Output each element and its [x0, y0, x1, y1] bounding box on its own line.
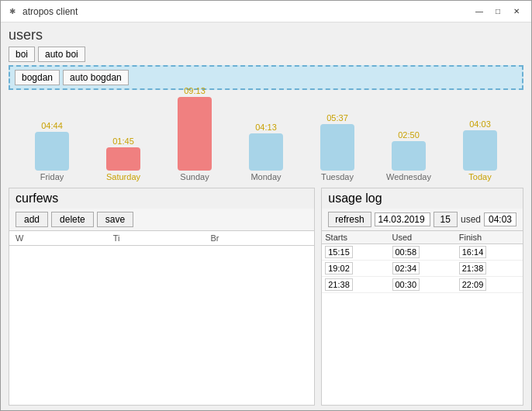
- usage-table: Starts Used Finish 15:1500:5816:1419:020…: [322, 231, 523, 405]
- col-starts: Starts: [322, 231, 389, 244]
- table-row: 21:3800:3022:09: [322, 277, 523, 293]
- day-time-saturday: 01:45: [112, 136, 134, 146]
- day-bar-wednesday: [392, 141, 426, 171]
- day-col-sunday[interactable]: 09:13Sunday: [168, 86, 222, 181]
- day-col-monday[interactable]: 04:13Monday: [239, 123, 293, 181]
- day-time-sunday: 09:13: [184, 86, 206, 95]
- window-title: atropos client: [22, 6, 471, 17]
- day-bar-today: [463, 130, 497, 171]
- day-time-monday: 04:13: [255, 123, 277, 132]
- close-button[interactable]: ✕: [508, 5, 525, 19]
- day-bar-sunday: [178, 97, 212, 171]
- day-label-today: Today: [468, 172, 491, 181]
- app-icon: ✱: [7, 6, 18, 17]
- day-label-monday: Monday: [250, 172, 281, 181]
- day-col-today[interactable]: 04:03Today: [453, 119, 507, 181]
- day-label-tuesday: Tuesday: [321, 172, 354, 181]
- add-button[interactable]: add: [16, 212, 48, 227]
- cell-start-0: 15:15: [325, 246, 353, 258]
- curfews-table-header: W Ti Br: [9, 231, 314, 246]
- used-label: used: [461, 214, 481, 225]
- day-time-wednesday: 02:50: [398, 130, 420, 140]
- lower-section: curfews add delete save W Ti Br usage lo…: [9, 188, 523, 406]
- user-row-1: boi auto boi: [9, 47, 523, 62]
- col-ti: Ti: [113, 233, 211, 243]
- col-br: Br: [211, 233, 309, 243]
- cell-used-0: 00:58: [392, 246, 420, 258]
- cell-start-2: 21:38: [325, 278, 353, 291]
- curfews-panel: curfews add delete save W Ti Br: [9, 188, 315, 406]
- maximize-button[interactable]: □: [489, 5, 506, 19]
- day-time-friday: 04:44: [41, 121, 63, 130]
- delete-button[interactable]: delete: [51, 212, 94, 227]
- user-tab-auto-boi[interactable]: auto boi: [38, 47, 85, 62]
- week-chart: 04:44Friday01:45Saturday09:13Sunday04:13…: [9, 96, 523, 181]
- save-button[interactable]: save: [97, 212, 133, 227]
- table-row: 19:0202:3421:38: [322, 261, 523, 277]
- minimize-button[interactable]: —: [471, 5, 488, 19]
- day-bar-monday: [249, 133, 283, 171]
- curfews-body: [9, 246, 314, 405]
- day-bar-tuesday: [320, 124, 354, 171]
- calendar-button[interactable]: 15: [434, 212, 458, 227]
- day-bar-friday: [35, 132, 69, 171]
- user-tab-boi[interactable]: boi: [9, 47, 35, 62]
- usage-toolbar: refresh 15 used 04:03: [322, 209, 523, 231]
- main-window: ✱ atropos client — □ ✕ users boi auto bo…: [0, 0, 532, 411]
- col-used: Used: [389, 231, 456, 244]
- col-w: W: [16, 233, 113, 243]
- content-area: users boi auto boi bogdan auto bogdan 04…: [1, 22, 531, 410]
- day-label-sunday: Sunday: [180, 172, 209, 181]
- curfews-toolbar: add delete save: [9, 209, 314, 231]
- refresh-button[interactable]: refresh: [328, 212, 371, 227]
- users-section-title: users: [9, 27, 523, 43]
- day-label-friday: Friday: [40, 172, 64, 181]
- cell-start-1: 19:02: [325, 262, 353, 275]
- cell-used-2: 00:30: [392, 278, 420, 291]
- day-bar-saturday: [106, 147, 140, 171]
- user-tab-auto-bogdan[interactable]: auto bogdan: [63, 70, 129, 85]
- cell-used-1: 02:34: [392, 262, 420, 275]
- day-col-wednesday[interactable]: 02:50Wednesday: [382, 130, 436, 181]
- table-row: 15:1500:5816:14: [322, 244, 523, 261]
- user-row-selected: bogdan auto bogdan: [9, 65, 523, 90]
- day-col-friday[interactable]: 04:44Friday: [25, 121, 79, 181]
- used-value: 04:03: [484, 212, 516, 226]
- day-time-today: 04:03: [469, 119, 491, 129]
- title-bar: ✱ atropos client — □ ✕: [1, 1, 531, 22]
- curfews-title: curfews: [9, 188, 314, 209]
- user-tab-bogdan[interactable]: bogdan: [15, 70, 60, 85]
- cell-finish-2: 22:09: [459, 278, 487, 291]
- day-label-wednesday: Wednesday: [386, 172, 431, 181]
- usage-panel: usage log refresh 15 used 04:03 Starts U…: [321, 188, 523, 406]
- day-time-tuesday: 05:37: [326, 113, 348, 123]
- day-col-saturday[interactable]: 01:45Saturday: [96, 136, 150, 181]
- col-finish: Finish: [456, 231, 523, 244]
- usage-title: usage log: [322, 188, 523, 209]
- window-controls: — □ ✕: [471, 5, 525, 19]
- day-col-tuesday[interactable]: 05:37Tuesday: [310, 113, 364, 181]
- date-input[interactable]: [375, 212, 430, 226]
- cell-finish-0: 16:14: [459, 246, 487, 258]
- cell-finish-1: 21:38: [459, 262, 487, 275]
- day-label-saturday: Saturday: [106, 172, 140, 181]
